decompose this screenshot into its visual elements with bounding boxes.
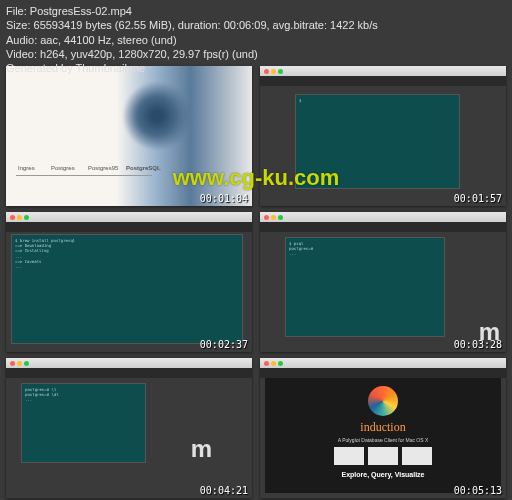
thumbnail-6: induction A Polyglot Database Client for… [260,358,506,498]
minimize-icon [17,215,22,220]
fractal-graphic [122,81,192,151]
history-timeline [16,175,152,176]
maximize-icon [278,215,283,220]
minimize-icon [271,361,276,366]
file-name-line: File: PostgresEss-02.mp4 [6,4,378,18]
hero-subtitle: A Polyglot Database Client for Mac OS X [273,437,493,443]
window-titlebar [260,212,506,222]
timeline-label: Postgres [51,165,75,171]
hero-title: induction [273,420,493,435]
maximize-icon [24,215,29,220]
thumbnail-3: $ brew install postgresql ==> Downloadin… [6,212,252,352]
app-screenshot [334,447,364,465]
thumbnail-5: postgres=# \l postgres=# \dt ... m 00:04… [6,358,252,498]
terminal-output: $ brew install postgresql ==> Downloadin… [12,235,242,272]
browser-toolbar [260,368,506,378]
browser-toolbar [6,222,252,232]
maximize-icon [278,361,283,366]
app-screenshot [402,447,432,465]
terminal-window: postgres=# \l postgres=# \dt ... [21,383,146,463]
minimize-icon [17,361,22,366]
timestamp: 00:01:57 [454,193,502,204]
brand-logo: m [191,435,212,463]
timestamp: 00:04:21 [200,485,248,496]
app-screenshot [368,447,398,465]
timestamp: 00:05:13 [454,485,502,496]
generator-line: Generated by Thumbnail me [6,61,378,75]
terminal-window: $ brew install postgresql ==> Downloadin… [11,234,243,344]
timeline-label: Ingres [18,165,35,171]
maximize-icon [24,361,29,366]
video-info-line: Video: h264, yuv420p, 1280x720, 29.97 fp… [6,47,378,61]
timeline-label: Postgres95 [88,165,118,171]
close-icon [10,361,15,366]
induction-logo-icon [368,386,398,416]
timestamp: 00:03:28 [454,339,502,350]
file-size-line: Size: 65593419 bytes (62.55 MiB), durati… [6,18,378,32]
watermark-text: www.cg-ku.com [173,165,340,191]
window-titlebar [260,358,506,368]
minimize-icon [271,215,276,220]
terminal-output: $ [296,95,459,111]
thumbnail-4: $ psql postgres=# ... m 00:03:28 [260,212,506,352]
browser-toolbar [6,368,252,378]
file-info-header: File: PostgresEss-02.mp4 Size: 65593419 … [0,0,384,79]
window-titlebar [6,358,252,368]
audio-info-line: Audio: aac, 44100 Hz, stereo (und) [6,33,378,47]
close-icon [264,215,269,220]
browser-toolbar [260,222,506,232]
terminal-output: $ psql postgres=# ... [286,238,444,260]
timestamp: 00:01:04 [200,193,248,204]
browser-content: induction A Polyglot Database Client for… [265,378,501,493]
timeline-label: PostgreSQL [126,165,161,171]
hero-tagline: Explore, Query, Visualize [273,471,493,478]
terminal-output: postgres=# \l postgres=# \dt ... [22,384,145,406]
terminal-window: $ psql postgres=# ... [285,237,445,337]
timestamp: 00:02:37 [200,339,248,350]
close-icon [264,361,269,366]
close-icon [10,215,15,220]
screenshot-row [273,447,493,465]
window-titlebar [6,212,252,222]
